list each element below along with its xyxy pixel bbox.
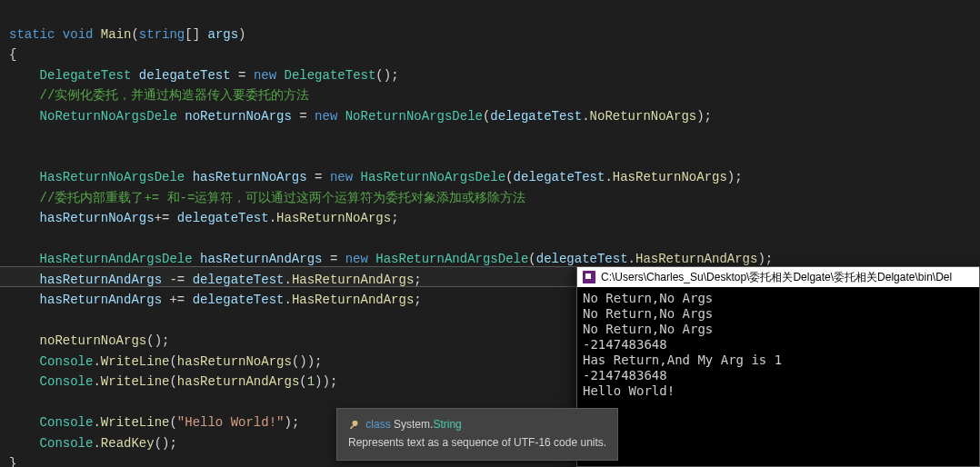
method-main: Main — [101, 27, 132, 42]
brace-open: { — [9, 47, 16, 62]
console-app-icon — [583, 271, 595, 283]
tooltip-type: String — [433, 418, 461, 431]
param-args: args — [208, 27, 239, 42]
console-window[interactable]: C:\Users\Charles_Su\Desktop\委托相关Delgate\… — [576, 266, 980, 467]
tooltip-keyword: class — [365, 418, 390, 431]
console-line: -2147483648 — [583, 368, 667, 383]
wrench-icon — [348, 420, 359, 431]
comment-line-2: //委托内部重载了+= 和-=运算符，可以通过这两个运算符为委托对象添加或移除方… — [40, 191, 526, 205]
console-line: Hello World! — [583, 383, 675, 398]
console-title-text: C:\Users\Charles_Su\Desktop\委托相关Delgate\… — [601, 267, 952, 287]
comment-line-1: //实例化委托，并通过构造器传入要委托的方法 — [40, 88, 310, 103]
keyword-static: static — [9, 27, 55, 42]
console-output[interactable]: No Return,No Args No Return,No Args No R… — [577, 287, 979, 402]
brace-close: } — [9, 456, 16, 467]
console-line: -2147483648 — [583, 337, 667, 352]
keyword-void: void — [63, 27, 94, 42]
string-hello: "Hello World!" — [177, 415, 285, 430]
console-line: No Return,No Args — [583, 306, 713, 321]
intellisense-tooltip: class System.String Represents text as a… — [336, 408, 618, 461]
tooltip-namespace: System. — [394, 418, 433, 431]
console-line: No Return,No Args — [583, 291, 713, 305]
console-line: Has Return,And My Arg is 1 — [583, 353, 782, 367]
type-delegatetest: DelegateTest — [40, 68, 132, 83]
keyword-string: string — [139, 27, 185, 42]
tooltip-description: Represents text as a sequence of UTF-16 … — [348, 434, 606, 451]
console-line: No Return,No Args — [583, 322, 713, 336]
console-titlebar[interactable]: C:\Users\Charles_Su\Desktop\委托相关Delgate\… — [577, 267, 979, 287]
